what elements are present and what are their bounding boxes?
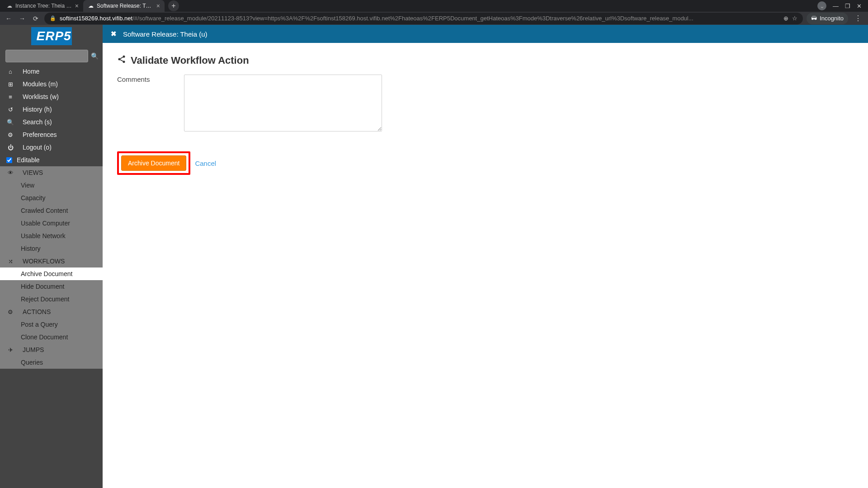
- logout-icon: ⏻: [6, 144, 14, 151]
- incognito-badge[interactable]: 🕶 Incognito: [807, 13, 848, 24]
- cancel-link[interactable]: Cancel: [195, 160, 216, 167]
- sidebar-item-label: Queries: [21, 359, 43, 366]
- app-container: ERP5 🔍 ⌂ Home ⊞ Modules (m) ≡ Worklists …: [0, 25, 868, 488]
- jumps-header: ✈ JUMPS: [0, 343, 103, 356]
- content-body: Validate Workflow Action Comments Archiv…: [103, 43, 868, 187]
- section-header-label: ACTIONS: [23, 308, 51, 315]
- incognito-icon: 🕶: [811, 15, 817, 22]
- sidebar-item-label: Capacity: [21, 194, 45, 202]
- new-tab-button[interactable]: +: [168, 0, 179, 11]
- sidebar-item-label: Post a Query: [21, 321, 58, 328]
- sidebar-item-label: History: [21, 245, 41, 252]
- zoom-icon[interactable]: ⊕: [783, 15, 788, 22]
- url-bar[interactable]: 🔒 softinst158269.host.vifib.net/#/softwa…: [44, 13, 803, 24]
- sidebar-item-label: Search (s): [23, 118, 52, 126]
- sidebar-item-preferences[interactable]: ⚙ Preferences: [0, 128, 103, 141]
- actions-header: ⚙ ACTIONS: [0, 305, 103, 318]
- shuffle-icon: ⤭: [6, 258, 14, 265]
- views-item-crawled-content[interactable]: Crawled Content: [0, 204, 103, 217]
- sidebar-item-search[interactable]: 🔍 Search (s): [0, 116, 103, 128]
- editable-checkbox[interactable]: [6, 157, 12, 163]
- home-icon: ⌂: [6, 68, 14, 75]
- sidebar-item-modules[interactable]: ⊞ Modules (m): [0, 78, 103, 90]
- close-icon[interactable]: ×: [156, 2, 160, 9]
- logo[interactable]: ERP5: [31, 27, 72, 45]
- close-icon[interactable]: ✖: [111, 30, 117, 38]
- back-button[interactable]: ←: [4, 15, 14, 22]
- sidebar-item-label: Archive Document: [21, 270, 72, 277]
- sidebar-item-history[interactable]: ↺ History (h): [0, 103, 103, 116]
- minimize-button[interactable]: —: [833, 3, 839, 9]
- section-header-label: VIEWS: [23, 169, 43, 176]
- sidebar-item-editable[interactable]: Editable: [0, 154, 103, 166]
- svg-point-1: [118, 58, 121, 61]
- sidebar-item-home[interactable]: ⌂ Home: [0, 65, 103, 78]
- views-item-history[interactable]: History: [0, 242, 103, 255]
- workflows-item-hide-document[interactable]: Hide Document: [0, 280, 103, 293]
- browser-chrome: ☁ Instance Tree: Theia Servi × ☁ Softwar…: [0, 0, 868, 25]
- svg-point-0: [123, 56, 125, 58]
- sidebar-item-label: Reject Document: [21, 296, 69, 303]
- worklists-icon: ≡: [6, 94, 14, 100]
- profile-avatar[interactable]: ⌄: [817, 1, 826, 10]
- modules-icon: ⊞: [6, 81, 14, 88]
- lock-icon: 🔒: [50, 15, 56, 21]
- preferences-icon: ⚙: [6, 131, 14, 138]
- form-heading-label: Validate Workflow Action: [131, 55, 249, 66]
- nav-bar: ← → ⟳ 🔒 softinst158269.host.vifib.net/#/…: [0, 12, 868, 25]
- cloud-icon: ☁: [88, 3, 94, 9]
- page-title: Software Release: Theia (u): [123, 30, 207, 38]
- sidebar-item-label: Usable Computer: [21, 220, 70, 227]
- sidebar-item-label: Usable Network: [21, 232, 66, 239]
- sidebar-item-label: Worklists (w): [23, 93, 59, 100]
- search-input[interactable]: [5, 50, 88, 62]
- workflows-header: ⤭ WORKFLOWS: [0, 255, 103, 267]
- comments-textarea[interactable]: [184, 75, 382, 131]
- search-icon[interactable]: 🔍: [91, 52, 99, 60]
- highlight-frame: Archive Document: [117, 151, 190, 175]
- sidebar-item-label: History (h): [23, 106, 52, 113]
- section-header-label: WORKFLOWS: [23, 258, 65, 265]
- jumps-item-queries[interactable]: Queries: [0, 356, 103, 369]
- tab-title: Instance Tree: Theia Servi: [15, 3, 72, 9]
- sidebar-item-label: View: [21, 182, 34, 189]
- close-icon[interactable]: ×: [75, 2, 79, 9]
- gears-icon: ⚙: [6, 309, 14, 315]
- sidebar-item-label: Modules (m): [23, 80, 58, 88]
- workflows-item-reject-document[interactable]: Reject Document: [0, 293, 103, 305]
- views-header: 👁 VIEWS: [0, 166, 103, 179]
- archive-document-button[interactable]: Archive Document: [121, 155, 186, 171]
- forward-button[interactable]: →: [17, 15, 27, 22]
- history-icon: ↺: [6, 106, 14, 113]
- actions-item-post-query[interactable]: Post a Query: [0, 318, 103, 331]
- views-item-usable-network[interactable]: Usable Network: [0, 230, 103, 242]
- menu-button[interactable]: ⋮: [852, 14, 864, 23]
- sidebar-item-label: Clone Document: [21, 333, 68, 341]
- close-window-button[interactable]: ✕: [857, 3, 862, 9]
- sidebar-item-logout[interactable]: ⏻ Logout (o): [0, 141, 103, 154]
- actions-item-clone-document[interactable]: Clone Document: [0, 331, 103, 343]
- workflows-item-archive-document[interactable]: Archive Document: [0, 267, 103, 280]
- tab-bar: ☁ Instance Tree: Theia Servi × ☁ Softwar…: [0, 0, 868, 12]
- sidebar: ERP5 🔍 ⌂ Home ⊞ Modules (m) ≡ Worklists …: [0, 25, 103, 488]
- views-item-view[interactable]: View: [0, 179, 103, 192]
- maximize-button[interactable]: ❐: [845, 3, 850, 9]
- tab-title: Software Release: Theia: [97, 3, 154, 9]
- incognito-label: Incognito: [820, 15, 844, 22]
- window-controls: ⌄ — ❐ ✕: [817, 1, 866, 10]
- star-icon[interactable]: ☆: [792, 15, 797, 22]
- browser-tab-software-release[interactable]: ☁ Software Release: Theia ×: [83, 0, 165, 12]
- search-row: 🔍: [0, 49, 103, 65]
- views-item-capacity[interactable]: Capacity: [0, 192, 103, 204]
- plane-icon: ✈: [6, 347, 14, 353]
- eye-icon: 👁: [6, 169, 14, 176]
- reload-button[interactable]: ⟳: [31, 15, 41, 22]
- cloud-icon: ☁: [6, 3, 13, 9]
- sidebar-item-worklists[interactable]: ≡ Worklists (w): [0, 90, 103, 103]
- comments-label: Comments: [117, 75, 179, 83]
- sidebar-item-label: Hide Document: [21, 283, 65, 290]
- content-header: ✖ Software Release: Theia (u): [103, 25, 868, 43]
- views-item-usable-computer[interactable]: Usable Computer: [0, 217, 103, 230]
- browser-tab-instance-tree[interactable]: ☁ Instance Tree: Theia Servi ×: [2, 0, 83, 12]
- svg-point-2: [123, 61, 125, 63]
